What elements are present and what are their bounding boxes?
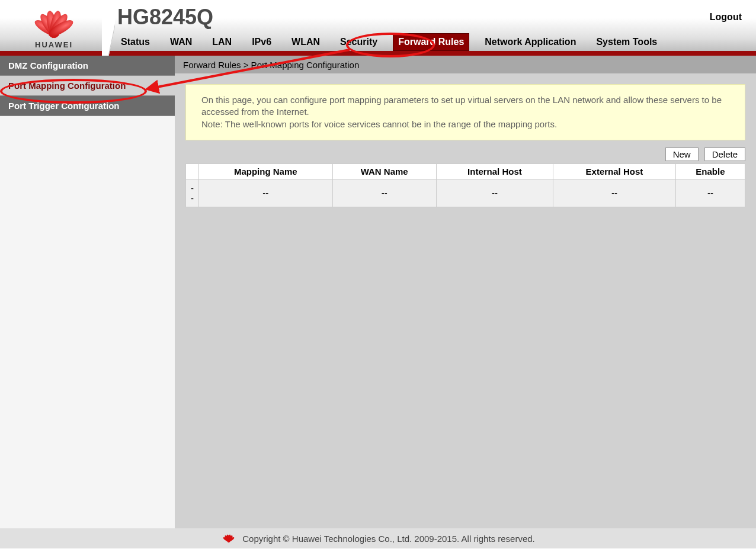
brand-logo: HUAWEI xyxy=(9,4,98,52)
cell-select[interactable]: -- xyxy=(186,179,199,207)
delete-button[interactable]: Delete xyxy=(704,147,745,161)
content-area: On this page, you can configure port map… xyxy=(175,73,756,528)
col-select xyxy=(186,163,199,179)
annotation-circle-port-mapping xyxy=(0,79,147,104)
tab-network-application[interactable]: Network Application xyxy=(480,33,581,51)
footer-huawei-icon xyxy=(221,533,236,544)
device-model: HG8245Q xyxy=(117,5,213,30)
body: DMZ Configuration Port Mapping Configura… xyxy=(0,56,756,528)
col-wan-name: WAN Name xyxy=(332,163,436,179)
cell-mapping-name: -- xyxy=(199,179,333,207)
col-internal-host: Internal Host xyxy=(436,163,553,179)
footer-text: Copyright © Huawei Technologies Co., Ltd… xyxy=(242,534,535,544)
annotation-circle-forward-rules xyxy=(346,33,435,57)
port-mapping-table: Mapping Name WAN Name Internal Host Exte… xyxy=(185,163,745,207)
cell-internal-host: -- xyxy=(436,179,553,207)
main: Forward Rules > Port Mapping Configurati… xyxy=(175,56,756,528)
cell-external-host: -- xyxy=(553,179,676,207)
col-mapping-name: Mapping Name xyxy=(199,163,333,179)
svg-line-13 xyxy=(154,50,350,88)
table-row[interactable]: -- -- -- -- -- -- xyxy=(186,179,745,207)
new-button[interactable]: New xyxy=(665,147,699,161)
col-external-host: External Host xyxy=(553,163,676,179)
footer: Copyright © Huawei Technologies Co., Ltd… xyxy=(0,528,756,548)
tab-system-tools[interactable]: System Tools xyxy=(591,33,662,51)
table-header-row: Mapping Name WAN Name Internal Host Exte… xyxy=(186,163,745,179)
header-divider xyxy=(102,0,115,56)
huawei-petal-icon xyxy=(27,7,81,41)
annotation-arrow-icon xyxy=(142,49,355,96)
info-line-2: Note: The well-known ports for voice ser… xyxy=(201,119,557,129)
brand-name: HUAWEI xyxy=(35,40,73,49)
cell-wan-name: -- xyxy=(332,179,436,207)
info-line-1: On this page, you can configure port map… xyxy=(201,95,722,117)
table-toolbar: New Delete xyxy=(185,147,745,161)
sidebar: DMZ Configuration Port Mapping Configura… xyxy=(0,56,175,528)
logout-link[interactable]: Logout xyxy=(710,12,742,23)
cell-enable: -- xyxy=(675,179,745,207)
col-enable: Enable xyxy=(675,163,745,179)
